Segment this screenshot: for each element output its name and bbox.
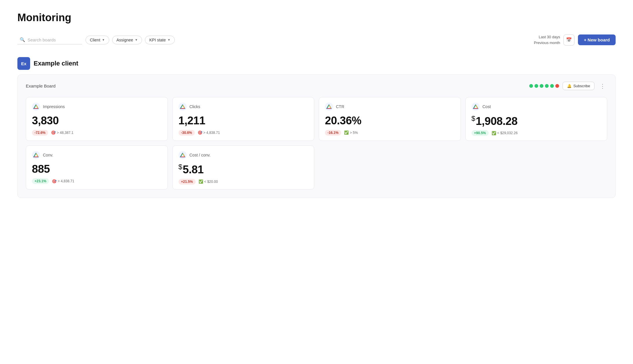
svg-point-5	[179, 103, 187, 111]
kpi-badge: -16.1%	[325, 130, 341, 136]
status-dot	[545, 84, 549, 88]
kpi-value: $5.81	[179, 163, 308, 176]
kpi-label: Cost / conv.	[190, 153, 211, 157]
kpi-label: Clicks	[190, 104, 200, 109]
kpi-grid: Impressions3,830-72.6%🎯> 48,387.1 Clicks…	[26, 97, 607, 141]
clients-container: Ex Example client Example Board🔔Subscrib…	[17, 57, 616, 198]
date-primary: Last 30 days	[534, 34, 560, 40]
date-range: Last 30 days Previous month	[534, 34, 560, 46]
svg-point-10	[325, 103, 333, 111]
kpi-label: Conv.	[43, 153, 53, 157]
kpi-header: Cost	[472, 103, 601, 111]
kpi-footer: +90.5%✅< $29,032.26	[472, 130, 601, 136]
search-icon: 🔍	[20, 37, 25, 42]
status-dot	[550, 84, 554, 88]
kpi-badge: -72.6%	[32, 130, 48, 136]
kpi-value: $1,908.28	[472, 115, 601, 127]
client-header: Ex Example client	[17, 57, 616, 70]
kpi-target: 🎯> 4,838.71	[52, 179, 74, 183]
status-dot	[534, 84, 538, 88]
kpi-value: 3,830	[32, 115, 162, 127]
currency-symbol: $	[179, 163, 182, 171]
kpi-target: 🎯> 48,387.1	[51, 130, 73, 135]
kpi-card: Impressions3,830-72.6%🎯> 48,387.1	[26, 97, 168, 141]
target-icon: ✅	[199, 179, 203, 184]
kpi-target: ✅< $20.00	[199, 179, 218, 184]
currency-symbol: $	[472, 114, 475, 122]
client-section: Ex Example client Example Board🔔Subscrib…	[17, 57, 616, 198]
kpi-badge: +21.5%	[179, 179, 196, 185]
kpi-card: Conv.885+23.1%🎯> 4,838.71	[26, 145, 168, 189]
kpi-header: Conv.	[32, 151, 162, 159]
more-options-button[interactable]: ⋮	[598, 82, 607, 90]
board-actions: 🔔Subscribe⋮	[529, 82, 607, 90]
status-dot	[555, 84, 559, 88]
kpi-card: CTR20.36%-16.1%✅> 5%	[319, 97, 461, 141]
target-icon: 🎯	[198, 130, 202, 135]
kpi-badge: +23.1%	[32, 178, 49, 184]
kpi-card: Cost$1,908.28+90.5%✅< $29,032.26	[465, 97, 607, 141]
toolbar-right: Last 30 days Previous month 📅 + New boar…	[534, 34, 616, 46]
status-dot	[529, 84, 533, 88]
svg-point-20	[32, 151, 40, 159]
target-icon: 🎯	[51, 130, 56, 135]
kpi-label: Impressions	[43, 104, 65, 109]
date-secondary: Previous month	[534, 40, 560, 46]
filter-btn-client[interactable]: Client▼	[86, 36, 109, 44]
kpi-card: Clicks1,211-30.6%🎯> 4,838.71	[172, 97, 314, 141]
board-header: Example Board🔔Subscribe⋮	[26, 82, 607, 90]
kpi-header: Cost / conv.	[179, 151, 308, 159]
kpi-header: Clicks	[179, 103, 308, 111]
kpi-footer: -16.1%✅> 5%	[325, 130, 455, 136]
search-wrapper: 🔍	[17, 35, 82, 44]
subscribe-button[interactable]: 🔔Subscribe	[563, 82, 594, 90]
kpi-label: CTR	[336, 104, 344, 109]
kpi-header: CTR	[325, 103, 455, 111]
filter-buttons: Client▼Assignee▼KPI state▼	[86, 36, 175, 44]
kpi-value: 885	[32, 163, 162, 175]
kpi-badge: -30.6%	[179, 130, 195, 136]
client-avatar: Ex	[17, 57, 30, 70]
target-icon: ✅	[492, 131, 496, 135]
page-title: Monitoring	[17, 12, 616, 24]
kpi-target: 🎯> 4,838.71	[198, 130, 220, 135]
filter-btn-assignee[interactable]: Assignee▼	[112, 36, 142, 44]
kpi-target: ✅< $29,032.26	[492, 131, 518, 135]
board-name: Example Board	[26, 83, 56, 88]
kpi-card: Cost / conv.$5.81+21.5%✅< $20.00	[172, 145, 314, 189]
board-card: Example Board🔔Subscribe⋮ Impressions3,83…	[17, 74, 616, 198]
calendar-button[interactable]: 📅	[563, 34, 574, 46]
kpi-footer: +21.5%✅< $20.00	[179, 179, 308, 185]
kpi-footer: -30.6%🎯> 4,838.71	[179, 130, 308, 136]
kpi-footer: -72.6%🎯> 48,387.1	[32, 130, 162, 136]
kpi-header: Impressions	[32, 103, 162, 111]
kpi-label: Cost	[483, 104, 491, 109]
target-icon: 🎯	[52, 179, 57, 183]
toolbar: 🔍 Client▼Assignee▼KPI state▼ Last 30 day…	[17, 34, 616, 46]
kpi-value: 20.36%	[325, 115, 455, 127]
status-dot	[540, 84, 543, 88]
target-icon: ✅	[344, 130, 349, 135]
client-name: Example client	[34, 60, 78, 67]
filter-btn-kpi state[interactable]: KPI state▼	[145, 36, 175, 44]
status-dots	[529, 84, 559, 88]
svg-point-25	[179, 151, 187, 159]
new-board-button[interactable]: + New board	[578, 34, 616, 45]
kpi-footer: +23.1%🎯> 4,838.71	[32, 178, 162, 184]
kpi-grid: Conv.885+23.1%🎯> 4,838.71 Cost / conv.$5…	[26, 145, 607, 189]
svg-point-15	[472, 103, 480, 111]
kpi-target: ✅> 5%	[344, 130, 358, 135]
svg-point-0	[32, 103, 40, 111]
search-input[interactable]	[28, 37, 80, 42]
kpi-value: 1,211	[179, 115, 308, 127]
kpi-badge: +90.5%	[472, 130, 489, 136]
